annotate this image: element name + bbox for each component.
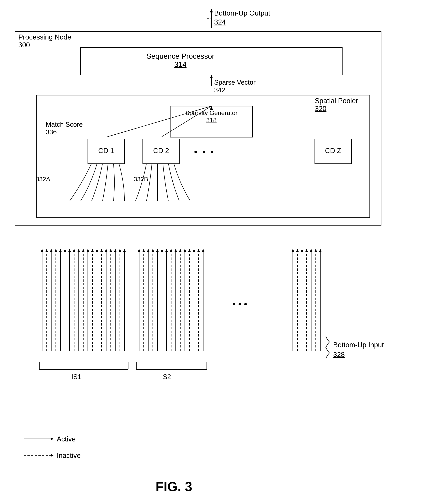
bu-output-label: Bottom-Up Output 324 xyxy=(214,9,270,27)
bu-input-label: Bottom-Up Input 328 xyxy=(333,340,384,360)
svg-marker-94 xyxy=(305,249,308,252)
label-332a: 332A xyxy=(36,175,50,183)
svg-marker-105 xyxy=(51,438,54,440)
svg-marker-11 xyxy=(210,106,213,110)
svg-marker-56 xyxy=(147,249,150,252)
cd2-label: CD 2 xyxy=(148,147,174,155)
svg-marker-54 xyxy=(138,249,141,252)
svg-marker-26 xyxy=(86,249,89,252)
svg-marker-16 xyxy=(41,249,43,252)
svg-marker-62 xyxy=(174,249,177,252)
svg-marker-1 xyxy=(210,9,213,12)
svg-marker-52 xyxy=(118,249,121,252)
sparse-vector-label: Sparse Vector 342 xyxy=(214,79,256,94)
svg-marker-88 xyxy=(310,249,313,252)
svg-marker-50 xyxy=(109,249,112,252)
is2-label: IS2 xyxy=(161,373,171,381)
match-score-label: Match Score 336 xyxy=(46,121,83,136)
svg-marker-24 xyxy=(77,249,80,252)
page: ~ xyxy=(0,0,423,504)
svg-text:• • •: • • • xyxy=(233,299,247,309)
svg-marker-64 xyxy=(184,249,186,252)
svg-marker-72 xyxy=(151,249,154,252)
svg-marker-107 xyxy=(51,454,54,457)
svg-marker-32 xyxy=(114,249,117,252)
svg-marker-20 xyxy=(59,249,62,252)
cd-dots: • • • xyxy=(194,146,215,157)
cd1-label: CD 1 xyxy=(93,147,119,155)
legend-inactive: Inactive xyxy=(57,452,81,460)
is1-label: IS1 xyxy=(71,373,81,381)
svg-marker-36 xyxy=(45,249,48,252)
svg-marker-46 xyxy=(91,249,94,252)
sparsity-generator-label: Sparsity Generator 318 xyxy=(174,109,249,124)
svg-marker-74 xyxy=(160,249,163,252)
svg-marker-92 xyxy=(296,249,299,252)
processing-node-label: Processing Node 300 xyxy=(18,33,71,49)
svg-marker-30 xyxy=(105,249,108,252)
svg-marker-42 xyxy=(73,249,76,252)
label-332b: 332B xyxy=(134,175,148,183)
svg-marker-28 xyxy=(96,249,98,252)
fig-label: FIG. 3 xyxy=(156,479,192,494)
cdz-label: CD Z xyxy=(320,147,346,155)
svg-marker-48 xyxy=(100,249,103,252)
svg-marker-58 xyxy=(156,249,159,252)
svg-marker-60 xyxy=(165,249,168,252)
svg-marker-70 xyxy=(142,249,145,252)
svg-marker-80 xyxy=(188,249,191,252)
svg-marker-6 xyxy=(210,75,213,78)
legend-active: Active xyxy=(57,435,76,443)
svg-marker-86 xyxy=(300,249,303,252)
svg-marker-68 xyxy=(202,249,205,252)
svg-text:~: ~ xyxy=(207,15,211,23)
spatial-pooler-label: Spatial Pooler 320 xyxy=(315,97,358,113)
svg-marker-40 xyxy=(63,249,67,252)
svg-marker-18 xyxy=(50,249,53,252)
svg-marker-22 xyxy=(68,249,71,252)
svg-marker-78 xyxy=(179,249,182,252)
svg-marker-76 xyxy=(170,249,173,252)
svg-marker-90 xyxy=(319,249,322,252)
svg-marker-82 xyxy=(197,249,200,252)
sequence-processor-label: Sequence Processor 314 xyxy=(147,52,214,69)
svg-marker-66 xyxy=(193,249,196,252)
diagram-svg: ~ xyxy=(0,0,423,504)
svg-marker-34 xyxy=(123,249,126,252)
svg-marker-96 xyxy=(314,249,317,252)
svg-marker-38 xyxy=(54,249,57,252)
svg-marker-84 xyxy=(291,249,294,252)
svg-marker-44 xyxy=(82,249,85,252)
